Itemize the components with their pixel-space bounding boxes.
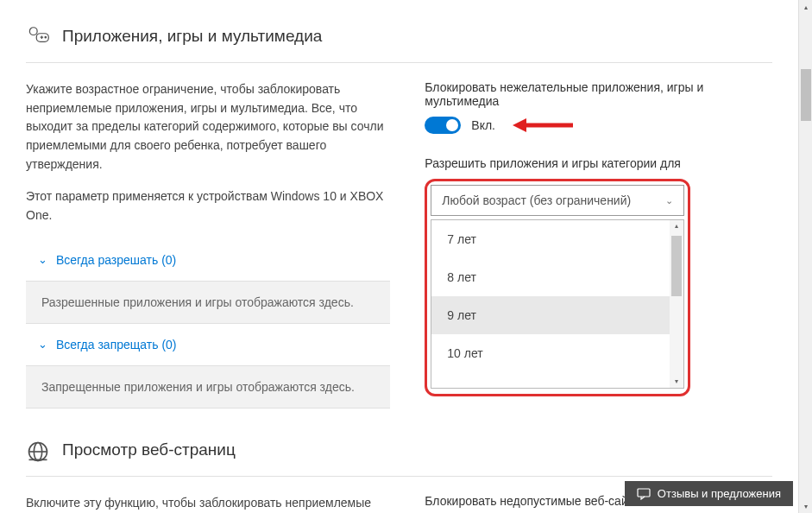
toggle-on-label: Вкл. (471, 118, 495, 132)
scroll-down-icon[interactable]: ▾ (670, 376, 683, 388)
svg-marker-6 (513, 118, 526, 132)
age-option-8[interactable]: 8 лет (431, 258, 683, 296)
apps-section-header: Приложения, игры и мультимедиа (26, 26, 772, 63)
age-dropdown[interactable]: Любой возраст (без ограничений) ⌄ (431, 185, 684, 216)
scrollbar-thumb[interactable] (801, 69, 811, 121)
age-dropdown-highlight: Любой возраст (без ограничений) ⌄ 7 лет … (425, 179, 690, 396)
chevron-down-icon: ⌄ (38, 338, 47, 351)
age-option-9[interactable]: 9 лет (431, 296, 683, 334)
chevron-down-icon: ⌄ (38, 253, 47, 266)
svg-point-4 (45, 36, 46, 37)
svg-point-0 (29, 28, 37, 35)
age-dropdown-selected: Любой возраст (без ограничений) (442, 193, 631, 207)
red-arrow-annotation (513, 118, 573, 132)
svg-rect-11 (638, 489, 650, 497)
always-block-label: Всегда запрещать (0) (56, 338, 177, 352)
age-category-label: Разрешить приложения и игры категории дл… (425, 156, 772, 170)
feedback-button[interactable]: Отзывы и предложения (625, 481, 793, 506)
chat-icon (637, 488, 651, 500)
feedback-label: Отзывы и предложения (658, 487, 781, 500)
blocked-apps-empty-text: Запрещенные приложения и игры отображают… (26, 365, 390, 408)
dropdown-scrollbar[interactable]: ▴ ▾ (670, 220, 683, 388)
age-dropdown-list: 7 лет 8 лет 9 лет 10 лет ▴ ▾ (431, 219, 684, 389)
apps-description-2: Этот параметр применяется к устройствам … (26, 187, 390, 225)
always-allow-expander[interactable]: ⌄ Всегда разрешать (0) (26, 239, 390, 281)
always-block-expander[interactable]: ⌄ Всегда запрещать (0) (26, 324, 390, 365)
controller-icon (26, 26, 50, 47)
apps-description-1: Укажите возрастное ограничение, чтобы за… (26, 80, 390, 174)
globe-icon (26, 440, 50, 460)
block-unwanted-label: Блокировать нежелательные приложения, иг… (425, 80, 772, 108)
scroll-up-icon[interactable]: ▴ (670, 220, 683, 232)
age-option-7[interactable]: 7 лет (431, 220, 683, 258)
page-scrollbar[interactable]: ▴ ▾ (798, 0, 812, 513)
web-section-title: Просмотр веб-страниц (62, 440, 236, 459)
block-unwanted-toggle[interactable] (425, 117, 461, 134)
web-section-header: Просмотр веб-страниц (26, 440, 772, 477)
apps-section-title: Приложения, игры и мультимедиа (62, 27, 322, 46)
scrollbar-thumb[interactable] (671, 236, 682, 296)
chevron-down-icon: ⌄ (665, 195, 673, 206)
allowed-apps-empty-text: Разрешенные приложения и игры отображают… (26, 281, 390, 324)
age-option-10[interactable]: 10 лет (431, 334, 683, 372)
web-description: Включите эту функцию, чтобы заблокироват… (26, 494, 390, 513)
always-allow-label: Всегда разрешать (0) (56, 253, 176, 267)
scroll-up-icon[interactable]: ▴ (799, 0, 812, 14)
toggle-knob (446, 119, 458, 131)
scroll-down-icon[interactable]: ▾ (799, 499, 812, 513)
